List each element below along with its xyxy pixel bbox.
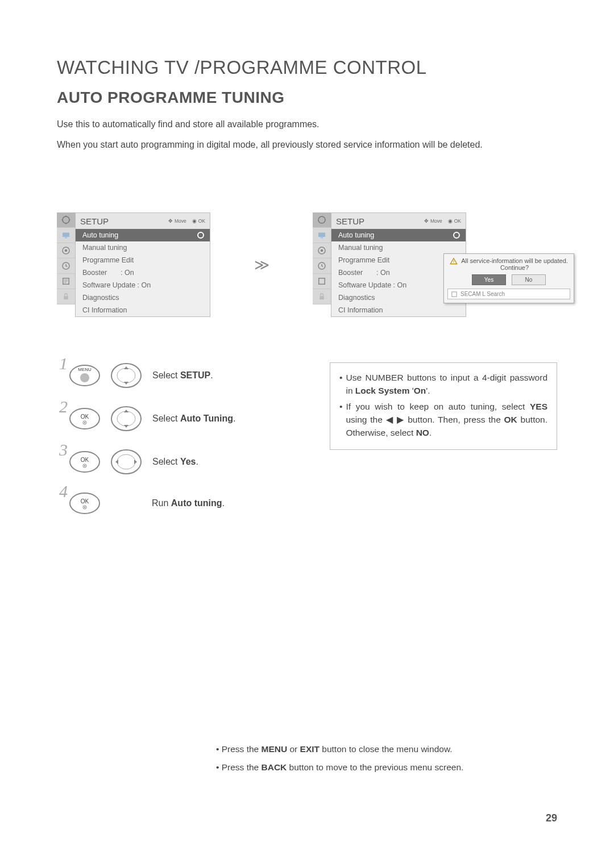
osd-tab-picture-icon [57, 228, 75, 243]
dialog-message-2: Continue? [461, 264, 568, 271]
remote-ok-button-icon: OK [69, 450, 101, 473]
page-number: 29 [546, 812, 557, 824]
osd-item-manual-tuning[interactable]: Manual tuning [76, 241, 210, 254]
svg-rect-17 [454, 260, 454, 262]
osd-item-auto-tuning[interactable]: Auto tuning [331, 229, 466, 241]
svg-rect-9 [318, 233, 325, 237]
osd-tab-time-icon [313, 258, 331, 274]
svg-point-29 [117, 411, 135, 426]
osd-setup-menu-after: SETUP ✥ Move ◉ OK Auto tuning Manual tun… [313, 212, 466, 317]
osd-tab-setup-icon [313, 212, 331, 228]
osd-tab-lock-icon [57, 289, 75, 304]
osd-hint-move: ✥ Move [168, 218, 186, 224]
step-number-2: 2 [59, 397, 67, 416]
svg-text:OK: OK [81, 457, 89, 463]
info-item-2: If you wish to keep on auto tuning, sele… [339, 400, 547, 440]
osd-tab-time-icon [57, 258, 75, 274]
osd-tab-audio-icon [313, 243, 331, 258]
osd-item-ci-information[interactable]: CI Information [76, 304, 210, 316]
dialog-message-1: All service-information will be updated. [461, 257, 568, 264]
osd-hint-ok: ◉ OK [448, 218, 461, 224]
osd-tab-option-icon [313, 274, 331, 289]
svg-rect-18 [452, 291, 457, 296]
info-box: Use NUMBER buttons to input a 4-digit pa… [330, 362, 557, 450]
svg-point-16 [454, 262, 454, 263]
dialog-no-button[interactable]: No [512, 274, 546, 285]
svg-text:OK: OK [81, 414, 89, 420]
osd-hint-ok: ◉ OK [192, 218, 205, 224]
dialog-yes-button[interactable]: Yes [472, 274, 506, 285]
remote-dpad-updown-icon [111, 362, 142, 389]
step-3-description: Select Yes. [152, 457, 198, 467]
osd-tab-setup-icon [57, 212, 75, 228]
svg-rect-14 [319, 278, 325, 285]
osd-tab-picture-icon [313, 228, 331, 243]
osd-header-title: SETUP [336, 216, 418, 226]
remote-menu-button-icon: MENU [69, 364, 101, 387]
step-number-3: 3 [59, 440, 67, 460]
footer-note-1: • Press the MENU or EXIT button to close… [57, 744, 557, 754]
osd-item-auto-tuning[interactable]: Auto tuning [76, 229, 210, 241]
dialog-secam-search[interactable]: SECAM L Search [447, 289, 570, 299]
remote-dpad-leftright-icon [111, 449, 142, 475]
osd-item-software-update[interactable]: Software Update : On [76, 279, 210, 291]
svg-text:MENU: MENU [78, 367, 92, 372]
osd-item-ci-information[interactable]: CI Information [331, 304, 466, 316]
svg-point-35 [117, 454, 135, 469]
osd-hint-move: ✥ Move [424, 218, 442, 224]
svg-point-33 [84, 465, 85, 466]
remote-ok-button-icon: OK [69, 492, 101, 515]
step-number-1: 1 [59, 354, 67, 373]
osd-tab-audio-icon [57, 243, 75, 258]
triangle-left-icon: ◀ [386, 415, 393, 424]
svg-text:OK: OK [81, 498, 89, 504]
step-1-description: Select SETUP. [152, 370, 213, 381]
flow-arrow-icon: ≫ [254, 256, 269, 274]
svg-rect-1 [63, 233, 69, 237]
page-title-main: WATCHING TV /PROGRAMME CONTROL [57, 57, 557, 78]
intro-text-1: Use this to automatically find and store… [57, 119, 557, 130]
osd-header-title: SETUP [80, 216, 163, 226]
svg-rect-15 [320, 296, 324, 299]
osd-setup-menu-before: SETUP ✥ Move ◉ OK Auto tuning Manual tun… [57, 212, 210, 317]
step-4-description: Run Auto tuning. [152, 498, 225, 508]
confirm-dialog: All service-information will be updated.… [443, 253, 574, 303]
osd-item-booster[interactable]: Booster: On [76, 266, 210, 279]
page-title-sub: AUTO PROGRAMME TUNING [57, 89, 557, 107]
osd-tab-option-icon [57, 274, 75, 289]
svg-point-4 [65, 249, 68, 252]
svg-point-0 [63, 216, 69, 223]
triangle-right-icon: ▶ [397, 415, 404, 424]
info-item-1: Use NUMBER buttons to input a 4-digit pa… [339, 371, 547, 398]
svg-rect-2 [65, 237, 68, 239]
step-number-4: 4 [59, 482, 67, 501]
svg-point-8 [318, 216, 325, 223]
svg-rect-10 [321, 237, 323, 239]
footer-note-2: • Press the BACK button to move to the p… [57, 762, 557, 773]
svg-rect-7 [64, 296, 68, 299]
svg-point-39 [84, 507, 85, 508]
svg-point-20 [80, 373, 89, 382]
osd-item-diagnostics[interactable]: Diagnostics [76, 291, 210, 304]
svg-point-12 [321, 249, 323, 252]
checkbox-icon [451, 291, 457, 297]
intro-text-2: When you start auto programming in digit… [57, 140, 557, 150]
step-2-description: Select Auto Tuning. [152, 414, 235, 424]
osd-tab-lock-icon [313, 289, 331, 304]
svg-point-27 [84, 422, 85, 423]
osd-item-programme-edit[interactable]: Programme Edit [76, 254, 210, 266]
remote-ok-button-icon: OK [69, 407, 101, 430]
remote-dpad-updown-icon [111, 406, 142, 432]
footer-notes: • Press the MENU or EXIT button to close… [0, 744, 614, 781]
svg-point-23 [117, 368, 135, 383]
osd-item-manual-tuning[interactable]: Manual tuning [331, 241, 466, 254]
warning-icon [450, 257, 458, 265]
